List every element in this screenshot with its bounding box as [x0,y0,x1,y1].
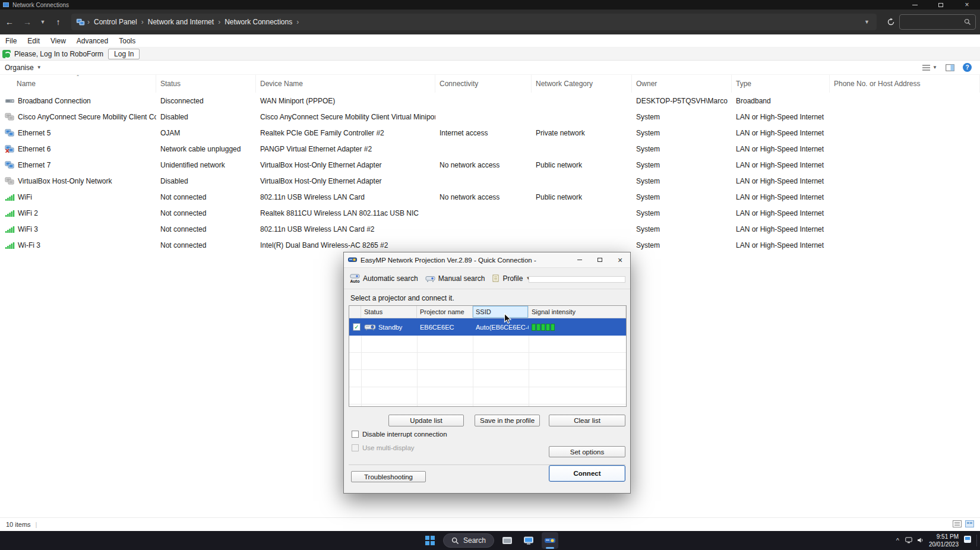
up-button[interactable]: ↑ [50,14,67,30]
ssid-column-header[interactable]: SSID [473,306,529,318]
column-header-type[interactable]: Type [732,75,830,93]
connection-row[interactable]: Ethernet 5OJAMRealtek PCIe GbE Family Co… [0,125,980,141]
connection-name: WiFi [18,193,32,201]
automatic-search-button[interactable]: Auto Automatic search [348,273,422,285]
forward-button[interactable]: → [19,14,36,30]
connect-button[interactable]: Connect [549,465,625,482]
projector-name-column-header[interactable]: Projector name [417,306,473,318]
column-header-phone-no-or-host-address[interactable]: Phone No. or Host Address [830,75,980,93]
address-bar[interactable]: › Control Panel›Network and Internet›Net… [71,14,877,30]
tray-display-icon[interactable] [905,535,912,546]
clock[interactable]: 9:51 PM 20/01/2023 [929,533,959,548]
refresh-button[interactable] [883,14,899,30]
preview-pane-button[interactable] [946,64,954,71]
toolbar-field [529,276,625,283]
connection-row[interactable]: WiFi 2Not connectedRealtek 8811CU Wirele… [0,205,980,221]
connection-row[interactable]: VirtualBox Host-Only NetworkDisabledVirt… [0,173,980,189]
connection-row[interactable]: Ethernet 6Network cable unpluggedPANGP V… [0,141,980,157]
breadcrumb-item[interactable]: Control Panel [91,17,140,27]
taskbar-app-display[interactable] [520,532,537,549]
checkbox-column-header[interactable] [349,306,361,318]
status-column-header[interactable]: Status [361,306,417,318]
recent-locations-button[interactable]: ▼ [37,14,49,30]
save-in-profile-button[interactable]: Save in the profile [475,415,540,426]
organise-label: Organise [5,64,34,72]
set-options-button[interactable]: Set options [549,446,625,457]
column-header-network-category[interactable]: Network Category [532,75,632,93]
projector-status: Standby [378,324,402,331]
connection-row[interactable]: Ethernet 7Unidentified networkVirtualBox… [0,157,980,173]
profile-button[interactable]: Profile ▼ [490,273,534,284]
connection-type: LAN or High-Speed Internet [732,173,830,189]
column-header-owner[interactable]: Owner [632,75,732,93]
connection-phone [830,173,980,189]
show-desktop-button[interactable] [976,535,977,546]
disable-interrupt-checkbox[interactable] [352,431,359,438]
start-button[interactable] [422,532,438,549]
change-view-button[interactable]: ▼ [922,64,937,71]
dialog-minimize-button[interactable] [570,252,590,267]
connection-row[interactable]: Wi-Fi 3Not connectedIntel(R) Dual Band W… [0,237,980,253]
dialog-instruction: Select a projector and connect it. [350,294,454,302]
manual-search-button[interactable]: Manual search [423,273,489,284]
notification-center-button[interactable] [963,535,972,546]
connection-owner: System [632,157,732,173]
connection-owner: System [632,189,732,205]
roboform-login-button[interactable]: Log In [108,49,140,59]
update-list-button[interactable]: Update list [388,415,464,426]
tray-overflow-button[interactable]: ^ [895,537,900,544]
menu-tools[interactable]: Tools [113,37,141,45]
column-header-connectivity[interactable]: Connectivity [435,75,532,93]
projector-row[interactable]: ✓ Standby EB6CE6EC Auto(EB6CE6EC-00... [349,318,626,336]
maximize-icon [938,3,943,7]
column-header-device-name[interactable]: Device Name [256,75,435,93]
menu-view[interactable]: View [45,37,71,45]
back-button[interactable]: ← [1,14,18,30]
taskbar-app-window[interactable] [499,532,516,549]
maximize-button[interactable] [928,0,954,10]
breadcrumb-item[interactable]: Network and Internet [146,17,216,27]
dialog-close-button[interactable]: × [610,252,630,267]
dialog-maximize-button[interactable] [590,252,610,267]
connection-name: Cisco AnyConnect Secure Mobility Client … [18,113,156,121]
projector-checkbox[interactable]: ✓ [353,323,361,331]
details-view-button[interactable] [953,520,962,529]
chevron-down-icon: ▼ [932,65,937,70]
chevron-right-icon: › [218,18,220,26]
troubleshooting-button[interactable]: Troubleshooting [351,471,426,482]
connection-row[interactable]: Broadband ConnectionDisconnectedWAN Mini… [0,93,980,109]
connection-phone [830,205,980,221]
connection-connectivity [435,237,532,253]
menu-file[interactable]: File [0,37,22,45]
taskbar-app-easymp[interactable] [542,532,558,549]
wifi-icon [5,241,15,249]
connection-connectivity: No network access [435,157,532,173]
connection-category [532,109,632,125]
clear-list-button[interactable]: Clear list [549,415,625,426]
address-dropdown-icon[interactable]: ▼ [862,19,872,25]
column-header-name[interactable]: Nameˆ [0,75,156,93]
connection-row[interactable]: WiFi 3Not connected802.11n USB Wireless … [0,221,980,237]
connection-row[interactable]: Cisco AnyConnect Secure Mobility Client … [0,109,980,125]
menu-edit[interactable]: Edit [22,37,45,45]
large-icons-view-button[interactable] [965,520,974,529]
organise-button[interactable]: Organise ▼ [5,64,42,72]
minimize-button[interactable] [902,0,928,10]
connection-phone [830,109,980,125]
close-button[interactable]: × [954,0,980,10]
tray-volume-icon[interactable] [917,535,924,546]
check-icon: ✓ [354,324,359,330]
column-header-label: Network Category [536,80,593,88]
column-header-status[interactable]: Status [156,75,256,93]
connection-name: Ethernet 6 [18,145,50,153]
clock-time: 9:51 PM [929,533,959,540]
menu-advanced[interactable]: Advanced [71,37,113,45]
connection-device: VirtualBox Host-Only Ethernet Adapter [256,173,435,189]
breadcrumb-item[interactable]: Network Connections [222,17,295,27]
multi-display-checkbox[interactable] [352,444,359,451]
search-input[interactable] [899,14,976,30]
signal-intensity-column-header[interactable]: Signal intensity [529,306,626,318]
taskbar-search[interactable]: Search [443,533,494,548]
help-button[interactable]: ? [963,63,972,72]
connection-row[interactable]: WiFiNot connected802.11n USB Wireless LA… [0,189,980,205]
